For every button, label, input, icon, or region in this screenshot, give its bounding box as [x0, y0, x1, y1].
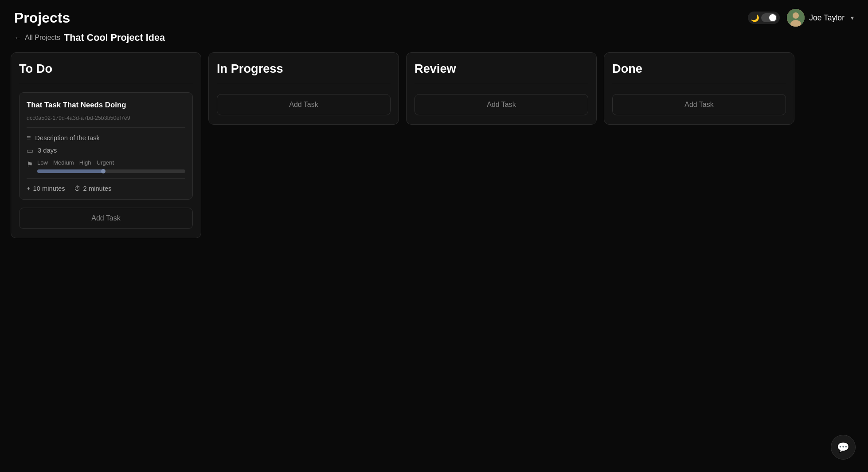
column-review-title: Review [414, 62, 588, 76]
header-right: 🌙 Joe Taylor ▾ [748, 9, 854, 27]
app-title: Projects [14, 10, 70, 26]
priority-medium: Medium [53, 159, 74, 166]
column-divider [19, 84, 193, 84]
column-done-title: Done [612, 62, 786, 76]
task-duration-row: ▭ 3 days [27, 146, 185, 155]
user-section[interactable]: Joe Taylor ▾ [787, 9, 854, 27]
time-estimate: 10 minutes [33, 185, 65, 192]
toggle-track [761, 13, 777, 22]
user-name: Joe Taylor [809, 13, 845, 23]
task-id: dcc0a502-179d-4a3d-a7bd-25b3b50ef7e9 [27, 115, 185, 121]
column-divider [217, 84, 391, 84]
chat-icon: 💬 [837, 441, 849, 453]
all-projects-link[interactable]: All Projects [25, 34, 60, 42]
task-description-row: ≡ Description of the task [27, 134, 185, 142]
chevron-down-icon: ▾ [851, 14, 854, 21]
add-task-button-todo[interactable]: Add Task [19, 208, 193, 229]
priority-bar[interactable] [37, 169, 185, 173]
column-in-progress-title: In Progress [217, 62, 391, 76]
description-icon: ≡ [27, 134, 31, 142]
column-in-progress: In Progress Add Task [208, 52, 399, 125]
column-todo-title: To Do [19, 62, 193, 76]
current-project-title: That Cool Project Idea [64, 32, 165, 43]
task-card-divider [27, 127, 185, 128]
priority-content: Low Medium High Urgent [37, 159, 185, 173]
column-done: Done Add Task [604, 52, 794, 125]
task-duration: 3 days [38, 147, 57, 154]
priority-high: High [79, 159, 91, 166]
flag-icon: ⚑ [27, 160, 33, 169]
column-divider [612, 84, 786, 84]
time-spent: 2 minutes [83, 185, 112, 192]
time-estimate-item: + 10 minutes [27, 185, 65, 192]
chat-fab-button[interactable]: 💬 [831, 435, 856, 460]
breadcrumb: ← All Projects That Cool Project Idea [0, 32, 868, 52]
kanban-board: To Do That Task That Needs Doing dcc0a50… [0, 52, 868, 238]
moon-icon: 🌙 [751, 14, 759, 22]
priority-low: Low [37, 159, 48, 166]
calendar-icon: ▭ [27, 146, 33, 155]
back-button[interactable]: ← [14, 34, 21, 42]
avatar [787, 9, 805, 27]
add-task-button-done[interactable]: Add Task [612, 94, 786, 115]
column-review: Review Add Task [406, 52, 597, 125]
add-task-button-in-progress[interactable]: Add Task [217, 94, 391, 115]
task-footer-divider [27, 178, 185, 179]
priority-bar-fill [37, 169, 104, 173]
task-time-row: + 10 minutes ⏱ 2 minutes [27, 185, 185, 192]
priority-labels: Low Medium High Urgent [37, 159, 185, 166]
header: Projects 🌙 Joe Taylor ▾ [0, 0, 868, 32]
svg-point-1 [793, 12, 799, 19]
clock-icon: ⏱ [74, 185, 81, 192]
time-spent-item: ⏱ 2 minutes [74, 185, 112, 192]
column-todo: To Do That Task That Needs Doing dcc0a50… [11, 52, 201, 238]
task-card[interactable]: That Task That Needs Doing dcc0a502-179d… [19, 92, 193, 200]
toggle-knob [769, 14, 776, 21]
dark-mode-toggle[interactable]: 🌙 [748, 12, 780, 24]
column-divider [414, 84, 588, 84]
task-priority-row: ⚑ Low Medium High Urgent [27, 159, 185, 173]
priority-urgent: Urgent [97, 159, 114, 166]
priority-marker [101, 169, 106, 173]
task-title: That Task That Needs Doing [27, 100, 185, 110]
add-task-button-review[interactable]: Add Task [414, 94, 588, 115]
plus-icon: + [27, 185, 31, 192]
task-description: Description of the task [35, 134, 100, 142]
